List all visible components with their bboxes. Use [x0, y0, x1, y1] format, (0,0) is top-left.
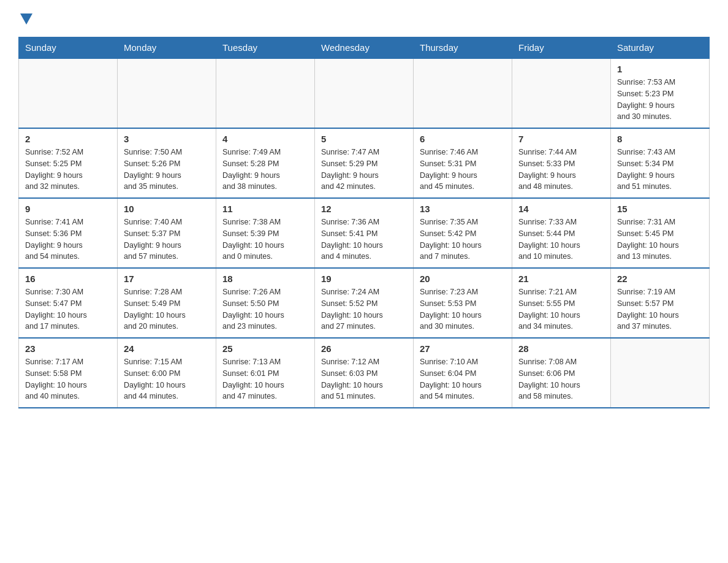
day-number: 13 [420, 204, 506, 214]
calendar-cell [216, 58, 315, 128]
day-info: Sunrise: 7:33 AM Sunset: 5:44 PM Dayligh… [518, 216, 604, 262]
day-number: 20 [420, 274, 506, 284]
day-info: Sunrise: 7:17 AM Sunset: 5:58 PM Dayligh… [25, 356, 111, 402]
day-number: 26 [321, 343, 407, 354]
day-number: 5 [321, 134, 407, 144]
calendar-cell: 12Sunrise: 7:36 AM Sunset: 5:41 PM Dayli… [315, 198, 414, 268]
logo [18, 12, 32, 25]
day-number: 11 [222, 204, 308, 214]
day-number: 16 [25, 274, 111, 284]
day-number: 7 [518, 134, 604, 144]
day-info: Sunrise: 7:50 AM Sunset: 5:26 PM Dayligh… [124, 147, 210, 193]
day-number: 25 [222, 343, 308, 354]
calendar-cell: 1Sunrise: 7:53 AM Sunset: 5:23 PM Daylig… [611, 58, 710, 128]
day-number: 14 [518, 204, 604, 214]
calendar-cell [19, 58, 118, 128]
day-info: Sunrise: 7:13 AM Sunset: 6:01 PM Dayligh… [222, 356, 308, 402]
calendar-cell: 28Sunrise: 7:08 AM Sunset: 6:06 PM Dayli… [512, 338, 611, 408]
calendar-table: SundayMondayTuesdayWednesdayThursdayFrid… [18, 37, 710, 408]
calendar-cell: 11Sunrise: 7:38 AM Sunset: 5:39 PM Dayli… [216, 198, 315, 268]
day-info: Sunrise: 7:28 AM Sunset: 5:49 PM Dayligh… [124, 286, 210, 332]
week-row-3: 9Sunrise: 7:41 AM Sunset: 5:36 PM Daylig… [19, 198, 710, 268]
calendar-cell: 4Sunrise: 7:49 AM Sunset: 5:28 PM Daylig… [216, 128, 315, 198]
calendar-cell: 3Sunrise: 7:50 AM Sunset: 5:26 PM Daylig… [118, 128, 216, 198]
calendar-cell: 18Sunrise: 7:26 AM Sunset: 5:50 PM Dayli… [216, 268, 315, 338]
day-info: Sunrise: 7:36 AM Sunset: 5:41 PM Dayligh… [321, 216, 407, 262]
week-row-4: 16Sunrise: 7:30 AM Sunset: 5:47 PM Dayli… [19, 268, 710, 338]
day-info: Sunrise: 7:52 AM Sunset: 5:25 PM Dayligh… [25, 147, 111, 193]
day-info: Sunrise: 7:49 AM Sunset: 5:28 PM Dayligh… [222, 147, 308, 193]
day-info: Sunrise: 7:47 AM Sunset: 5:29 PM Dayligh… [321, 147, 407, 193]
day-info: Sunrise: 7:43 AM Sunset: 5:34 PM Dayligh… [617, 147, 703, 193]
day-number: 1 [617, 64, 703, 74]
calendar-cell [315, 58, 414, 128]
calendar-cell [512, 58, 611, 128]
weekday-header-wednesday: Wednesday [315, 37, 414, 59]
calendar-cell: 7Sunrise: 7:44 AM Sunset: 5:33 PM Daylig… [512, 128, 611, 198]
day-number: 23 [25, 343, 111, 354]
day-number: 22 [617, 274, 703, 284]
weekday-header-friday: Friday [512, 37, 611, 59]
calendar-cell: 15Sunrise: 7:31 AM Sunset: 5:45 PM Dayli… [611, 198, 710, 268]
calendar-cell: 23Sunrise: 7:17 AM Sunset: 5:58 PM Dayli… [19, 338, 118, 408]
day-number: 17 [124, 274, 210, 284]
day-info: Sunrise: 7:23 AM Sunset: 5:53 PM Dayligh… [420, 286, 506, 332]
day-info: Sunrise: 7:10 AM Sunset: 6:04 PM Dayligh… [420, 356, 506, 402]
day-number: 8 [617, 134, 703, 144]
logo-triangle-icon [20, 13, 32, 25]
weekday-header-sunday: Sunday [19, 37, 118, 59]
calendar-cell: 19Sunrise: 7:24 AM Sunset: 5:52 PM Dayli… [315, 268, 414, 338]
week-row-1: 1Sunrise: 7:53 AM Sunset: 5:23 PM Daylig… [19, 58, 710, 128]
day-number: 28 [518, 343, 604, 354]
calendar-cell: 20Sunrise: 7:23 AM Sunset: 5:53 PM Dayli… [414, 268, 512, 338]
day-number: 12 [321, 204, 407, 214]
day-number: 21 [518, 274, 604, 284]
calendar-cell: 16Sunrise: 7:30 AM Sunset: 5:47 PM Dayli… [19, 268, 118, 338]
day-info: Sunrise: 7:12 AM Sunset: 6:03 PM Dayligh… [321, 356, 407, 402]
day-info: Sunrise: 7:35 AM Sunset: 5:42 PM Dayligh… [420, 216, 506, 262]
day-info: Sunrise: 7:26 AM Sunset: 5:50 PM Dayligh… [222, 286, 308, 332]
day-number: 15 [617, 204, 703, 214]
calendar-cell [118, 58, 216, 128]
calendar-cell: 8Sunrise: 7:43 AM Sunset: 5:34 PM Daylig… [611, 128, 710, 198]
day-info: Sunrise: 7:19 AM Sunset: 5:57 PM Dayligh… [617, 286, 703, 332]
calendar-cell [414, 58, 512, 128]
calendar-cell: 13Sunrise: 7:35 AM Sunset: 5:42 PM Dayli… [414, 198, 512, 268]
day-info: Sunrise: 7:24 AM Sunset: 5:52 PM Dayligh… [321, 286, 407, 332]
day-number: 6 [420, 134, 506, 144]
weekday-header-row: SundayMondayTuesdayWednesdayThursdayFrid… [19, 37, 710, 59]
calendar-cell: 26Sunrise: 7:12 AM Sunset: 6:03 PM Dayli… [315, 338, 414, 408]
day-info: Sunrise: 7:15 AM Sunset: 6:00 PM Dayligh… [124, 356, 210, 402]
calendar-cell: 24Sunrise: 7:15 AM Sunset: 6:00 PM Dayli… [118, 338, 216, 408]
day-info: Sunrise: 7:53 AM Sunset: 5:23 PM Dayligh… [617, 77, 703, 123]
week-row-2: 2Sunrise: 7:52 AM Sunset: 5:25 PM Daylig… [19, 128, 710, 198]
svg-marker-0 [20, 13, 32, 25]
day-info: Sunrise: 7:38 AM Sunset: 5:39 PM Dayligh… [222, 216, 308, 262]
day-number: 18 [222, 274, 308, 284]
day-info: Sunrise: 7:21 AM Sunset: 5:55 PM Dayligh… [518, 286, 604, 332]
calendar-cell: 6Sunrise: 7:46 AM Sunset: 5:31 PM Daylig… [414, 128, 512, 198]
day-info: Sunrise: 7:30 AM Sunset: 5:47 PM Dayligh… [25, 286, 111, 332]
calendar-cell: 14Sunrise: 7:33 AM Sunset: 5:44 PM Dayli… [512, 198, 611, 268]
day-number: 2 [25, 134, 111, 144]
calendar-cell: 5Sunrise: 7:47 AM Sunset: 5:29 PM Daylig… [315, 128, 414, 198]
calendar-cell: 21Sunrise: 7:21 AM Sunset: 5:55 PM Dayli… [512, 268, 611, 338]
day-number: 24 [124, 343, 210, 354]
day-number: 3 [124, 134, 210, 144]
day-info: Sunrise: 7:08 AM Sunset: 6:06 PM Dayligh… [518, 356, 604, 402]
day-info: Sunrise: 7:46 AM Sunset: 5:31 PM Dayligh… [420, 147, 506, 193]
day-info: Sunrise: 7:44 AM Sunset: 5:33 PM Dayligh… [518, 147, 604, 193]
day-number: 10 [124, 204, 210, 214]
day-info: Sunrise: 7:31 AM Sunset: 5:45 PM Dayligh… [617, 216, 703, 262]
page-header [18, 12, 710, 25]
day-info: Sunrise: 7:40 AM Sunset: 5:37 PM Dayligh… [124, 216, 210, 262]
day-number: 4 [222, 134, 308, 144]
weekday-header-saturday: Saturday [611, 37, 710, 59]
calendar-cell: 17Sunrise: 7:28 AM Sunset: 5:49 PM Dayli… [118, 268, 216, 338]
calendar-cell: 22Sunrise: 7:19 AM Sunset: 5:57 PM Dayli… [611, 268, 710, 338]
weekday-header-tuesday: Tuesday [216, 37, 315, 59]
week-row-5: 23Sunrise: 7:17 AM Sunset: 5:58 PM Dayli… [19, 338, 710, 408]
calendar-cell [611, 338, 710, 408]
day-info: Sunrise: 7:41 AM Sunset: 5:36 PM Dayligh… [25, 216, 111, 262]
weekday-header-thursday: Thursday [414, 37, 512, 59]
